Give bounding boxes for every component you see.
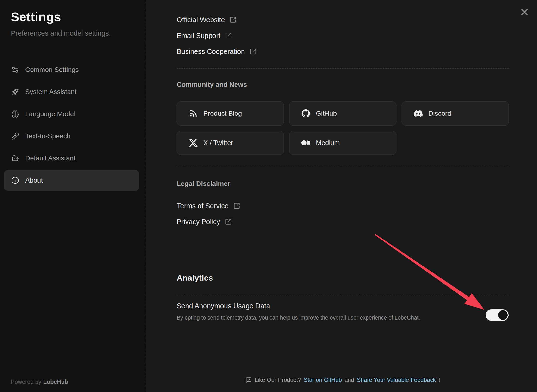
external-link-icon [230, 16, 236, 23]
sidebar-item-common-settings[interactable]: Common Settings [4, 59, 139, 80]
discord-button[interactable]: Discord [402, 101, 509, 126]
external-link-icon [225, 218, 232, 225]
sidebar: Settings Preferences and model settings.… [0, 0, 146, 392]
privacy-policy-link[interactable]: Privacy Policy [177, 216, 232, 227]
powered-by-text: Powered by [11, 379, 41, 385]
sidebar-item-about[interactable]: About [4, 170, 139, 191]
bot-icon [11, 154, 19, 162]
product-blog-button[interactable]: Product Blog [177, 101, 284, 126]
close-button[interactable] [518, 6, 531, 18]
star-on-github-link[interactable]: Star on GitHub [304, 377, 342, 383]
github-button[interactable]: GitHub [289, 101, 396, 126]
about-panel: Contact Us Official Website Email Suppor… [146, 0, 537, 392]
analytics-title: Analytics [177, 273, 213, 283]
sidebar-item-text-to-speech[interactable]: Text-to-Speech [4, 126, 139, 146]
discord-icon [414, 109, 423, 118]
main-footer: Like Our Product? Star on GitHub and Sha… [177, 375, 509, 385]
page-title: Settings [11, 10, 61, 24]
usage-data-toggle[interactable] [486, 309, 509, 321]
legal-disclaimer-title: Legal Disclaimer [177, 180, 230, 188]
medium-icon [301, 139, 310, 147]
community-news-title: Community and News [177, 81, 247, 89]
x-twitter-icon [189, 139, 198, 147]
sparkles-icon [11, 88, 19, 96]
sidebar-item-label: Language Model [25, 110, 75, 118]
official-website-link[interactable]: Official Website [177, 14, 236, 25]
rss-icon [189, 109, 198, 118]
sliders-icon [11, 66, 19, 74]
medium-button[interactable]: Medium [289, 131, 396, 155]
github-icon [301, 109, 310, 118]
section-divider [177, 295, 509, 295]
brain-icon [11, 110, 19, 118]
info-icon [11, 177, 19, 184]
sidebar-item-label: System Assistant [25, 88, 76, 96]
page-subtitle: Preferences and model settings. [11, 29, 111, 37]
share-feedback-link[interactable]: Share Your Valuable Feedback [357, 377, 436, 383]
feedback-heart-icon [245, 377, 252, 383]
sidebar-item-system-assistant[interactable]: System Assistant [4, 82, 139, 102]
business-cooperation-link[interactable]: Business Cooperation [177, 46, 256, 57]
usage-data-description: By opting to send telemetry data, you ca… [177, 315, 420, 321]
usage-data-label: Send Anonymous Usage Data [177, 302, 270, 310]
powered-by: Powered byLobeHub [11, 379, 68, 385]
footer-prefix: Like Our Product? [255, 377, 301, 383]
contact-us-title: Contact Us [177, 0, 212, 1]
x-twitter-button[interactable]: X / Twitter [177, 131, 284, 155]
section-divider [177, 167, 509, 167]
toggle-knob [498, 310, 508, 320]
settings-modal: Settings Preferences and model settings.… [0, 0, 537, 392]
community-buttons: Product Blog GitHub Discord [177, 101, 509, 155]
email-support-link[interactable]: Email Support [177, 30, 232, 41]
close-icon [520, 7, 529, 17]
external-link-icon [250, 48, 256, 55]
external-link-icon [233, 202, 240, 209]
external-link-icon [225, 32, 232, 39]
sidebar-item-default-assistant[interactable]: Default Assistant [4, 148, 139, 169]
sidebar-item-label: Text-to-Speech [25, 132, 70, 140]
about-content: Contact Us Official Website Email Suppor… [177, 0, 509, 392]
footer-suffix: ! [438, 377, 440, 383]
section-divider [177, 68, 509, 69]
terms-of-service-link[interactable]: Terms of Service [177, 201, 240, 211]
sidebar-item-label: Common Settings [25, 66, 79, 74]
sidebar-item-label: Default Assistant [25, 154, 75, 162]
sidebar-item-language-model[interactable]: Language Model [4, 104, 139, 124]
sidebar-item-label: About [25, 177, 43, 184]
footer-conjunction: and [344, 377, 354, 383]
lobehub-brand-link[interactable]: LobeHub [43, 379, 68, 385]
mic-icon [11, 132, 19, 140]
